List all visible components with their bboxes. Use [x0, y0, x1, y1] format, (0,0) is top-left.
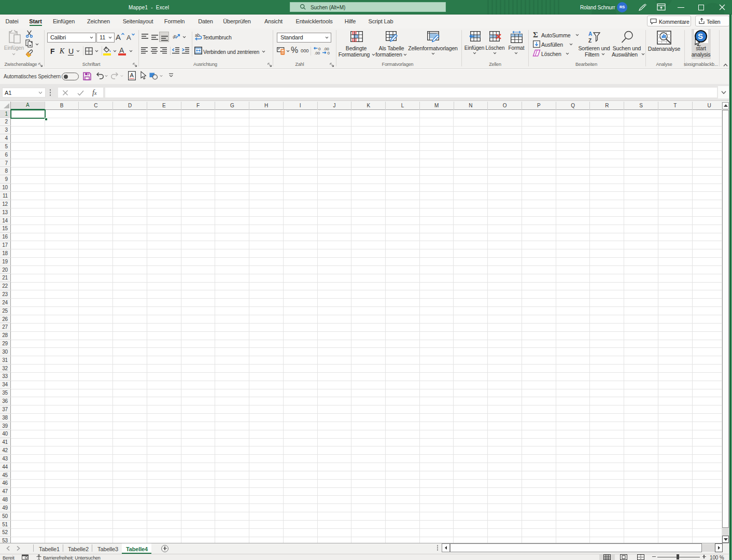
svg-text:.00: .00 [315, 51, 320, 55]
svg-text:A: A [130, 72, 134, 78]
svg-text:ab: ab [195, 33, 200, 38]
svg-text:Z: Z [588, 38, 592, 44]
svg-text:ab: ab [173, 34, 177, 40]
svg-text:A: A [588, 31, 592, 37]
svg-text:0: 0 [328, 51, 330, 55]
